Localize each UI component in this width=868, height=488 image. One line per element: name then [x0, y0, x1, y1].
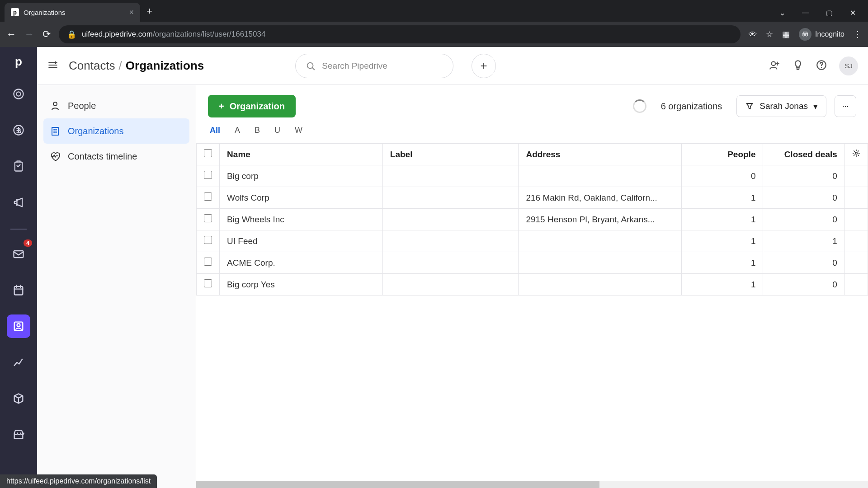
incognito-icon	[799, 28, 811, 41]
cell-address[interactable]	[519, 230, 682, 252]
table-row[interactable]: Big corp Yes10	[197, 274, 868, 296]
cell-label[interactable]	[382, 165, 519, 187]
rail-item-marketplace[interactable]	[7, 423, 30, 446]
add-organization-button[interactable]: + Organization	[208, 95, 296, 117]
search-input[interactable]: Search Pipedrive	[295, 54, 453, 78]
new-tab-button[interactable]: +	[146, 5, 152, 17]
cell-address[interactable]	[519, 252, 682, 274]
horizontal-scrollbar[interactable]	[196, 481, 868, 488]
table-row[interactable]: Big corp00	[197, 165, 868, 187]
alpha-filter-item[interactable]: A	[235, 126, 240, 135]
cell-closed: 0	[763, 209, 844, 230]
gear-icon	[852, 149, 860, 157]
subnav-people[interactable]: People	[43, 93, 189, 118]
cell-name[interactable]: UI Feed	[220, 230, 383, 252]
rail-item-mail[interactable]: 4	[7, 242, 30, 266]
cell-address[interactable]: 216 Makin Rd, Oakland, Californ...	[519, 187, 682, 209]
chevron-down-icon: ▾	[813, 101, 818, 112]
cell-name[interactable]: Wolfs Corp	[220, 187, 383, 209]
owner-filter-button[interactable]: Sarah Jonas ▾	[736, 95, 826, 117]
cell-label[interactable]	[382, 252, 519, 274]
row-checkbox[interactable]	[204, 192, 212, 201]
rail-item-products[interactable]	[7, 387, 30, 410]
row-checkbox[interactable]	[204, 279, 212, 287]
user-avatar[interactable]: SJ	[839, 56, 858, 75]
loading-spinner	[633, 99, 646, 113]
alpha-filter-item[interactable]: U	[274, 126, 280, 135]
eye-off-icon[interactable]: 👁	[749, 30, 757, 39]
search-placeholder: Search Pipedrive	[322, 61, 387, 71]
extensions-icon[interactable]: ▦	[782, 29, 790, 39]
kebab-menu-icon[interactable]: ⋮	[854, 29, 862, 39]
tab-close-icon[interactable]: ×	[129, 8, 134, 17]
breadcrumb-parent[interactable]: Contacts	[69, 59, 115, 73]
cell-people: 1	[682, 252, 763, 274]
rail-item-insights[interactable]	[7, 351, 30, 374]
chevron-down-icon[interactable]: ⌄	[773, 9, 791, 17]
table-row[interactable]: ACME Corp.10	[197, 252, 868, 274]
select-all-header[interactable]	[197, 144, 220, 165]
cell-name[interactable]: Big Wheels Inc	[220, 209, 383, 230]
organizations-panel: + Organization 6 organizations Sarah Jon…	[196, 85, 868, 488]
cell-label[interactable]	[382, 209, 519, 230]
rail-item-contacts[interactable]	[7, 314, 30, 338]
table-row[interactable]: Big Wheels Inc2915 Henson Pl, Bryant, Ar…	[197, 209, 868, 230]
column-header-address[interactable]: Address	[519, 144, 682, 165]
more-actions-button[interactable]: ⋯	[835, 95, 856, 117]
star-icon[interactable]: ☆	[766, 29, 773, 39]
menu-toggle-icon[interactable]	[47, 59, 59, 73]
close-window-icon[interactable]: ✕	[844, 9, 862, 17]
cell-name[interactable]: Big corp Yes	[220, 274, 383, 296]
reload-button[interactable]: ⟳	[42, 28, 51, 40]
app-logo[interactable]: p	[9, 52, 28, 71]
cell-address[interactable]	[519, 165, 682, 187]
select-all-checkbox[interactable]	[204, 149, 212, 157]
column-header-closed[interactable]: Closed deals	[763, 144, 844, 165]
cell-name[interactable]: ACME Corp.	[220, 252, 383, 274]
row-checkbox[interactable]	[204, 171, 212, 179]
building-icon	[50, 126, 61, 136]
heart-pulse-icon	[50, 151, 61, 162]
alpha-filter-item[interactable]: All	[210, 126, 220, 135]
row-checkbox[interactable]	[204, 214, 212, 222]
maximize-icon[interactable]: ▢	[820, 9, 838, 17]
back-button[interactable]: ←	[6, 28, 16, 40]
subnav-timeline[interactable]: Contacts timeline	[43, 144, 189, 169]
column-header-label[interactable]: Label	[382, 144, 519, 165]
cell-label[interactable]	[382, 274, 519, 296]
row-checkbox[interactable]	[204, 236, 212, 244]
tab-title: Organizations	[24, 9, 66, 16]
table-row[interactable]: UI Feed11	[197, 230, 868, 252]
cell-label[interactable]	[382, 230, 519, 252]
svg-point-2	[14, 89, 24, 99]
cell-closed: 1	[763, 230, 844, 252]
row-checkbox[interactable]	[204, 258, 212, 266]
global-add-button[interactable]: +	[472, 54, 496, 78]
rail-item-campaigns[interactable]	[7, 191, 30, 214]
lightbulb-icon[interactable]	[792, 59, 804, 73]
url-bar[interactable]: 🔒 uifeed.pipedrive.com/organizations/lis…	[59, 25, 741, 43]
column-settings[interactable]	[844, 144, 868, 165]
window-controls: ⌄ — ▢ ✕	[773, 9, 868, 22]
alpha-filter-item[interactable]: W	[295, 126, 302, 135]
rail-item-deals[interactable]	[7, 118, 30, 142]
rail-item-activities[interactable]	[7, 155, 30, 178]
cell-name[interactable]: Big corp	[220, 165, 383, 187]
help-icon[interactable]	[816, 59, 827, 73]
browser-tab[interactable]: p Organizations ×	[5, 3, 140, 22]
cell-label[interactable]	[382, 187, 519, 209]
alpha-filter-item[interactable]: B	[255, 126, 260, 135]
subnav-organizations[interactable]: Organizations	[43, 118, 189, 144]
browser-toolbar: ← → ⟳ 🔒 uifeed.pipedrive.com/organizatio…	[0, 22, 868, 47]
rail-item-calendar[interactable]	[7, 278, 30, 302]
cell-address[interactable]: 2915 Henson Pl, Bryant, Arkans...	[519, 209, 682, 230]
incognito-indicator[interactable]: Incognito	[799, 28, 844, 41]
invite-icon[interactable]	[769, 59, 780, 73]
cell-address[interactable]	[519, 274, 682, 296]
rail-item-focus[interactable]	[7, 82, 30, 106]
minimize-icon[interactable]: —	[797, 9, 815, 17]
status-bar: https://uifeed.pipedrive.com/organizatio…	[0, 474, 157, 488]
column-header-name[interactable]: Name	[220, 144, 383, 165]
table-row[interactable]: Wolfs Corp216 Makin Rd, Oakland, Califor…	[197, 187, 868, 209]
column-header-people[interactable]: People	[682, 144, 763, 165]
